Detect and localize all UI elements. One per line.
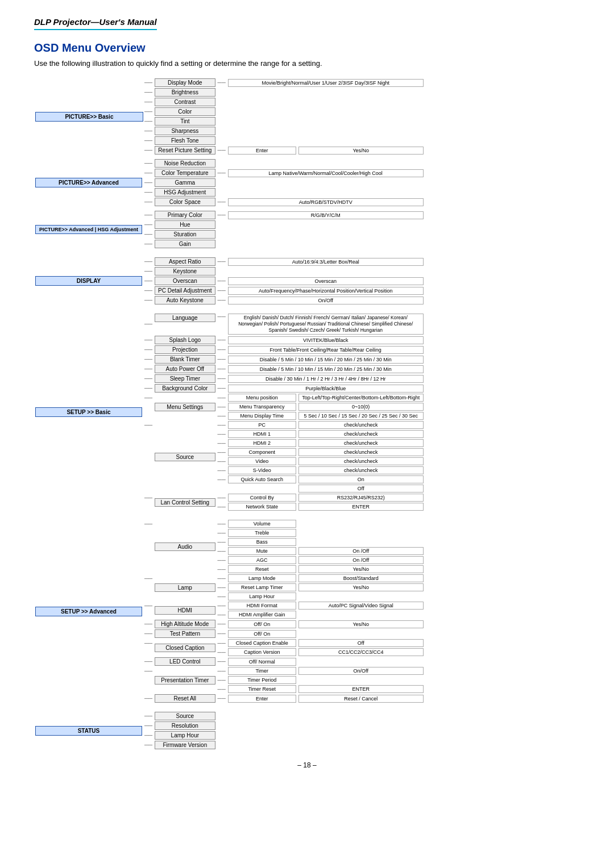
val-source-hdmi2: HDMI 2	[228, 439, 296, 447]
val-cc-enable-val: Off	[298, 639, 424, 647]
val-source-qas-on: On	[298, 475, 424, 483]
val-caption-ver-val: CC1/CC2/CC3/CC4	[298, 648, 424, 656]
val-test-pattern: Off/ On	[228, 630, 296, 638]
val-source-hdmi1-check: check/uncheck	[298, 430, 424, 438]
item-color-space: Color Space	[155, 198, 215, 206]
val-menu-disp-label: Menu Display Time	[228, 412, 296, 420]
item-primary-color: Primary Color	[155, 211, 215, 219]
item-display-mode: Display Mode	[155, 78, 215, 87]
val-lamp-mode: Lamp Mode	[228, 574, 296, 582]
item-auto-keystone: Auto Keystone	[155, 296, 215, 304]
item-contrast: Contrast	[155, 98, 215, 106]
item-auto-power-off: Auto Power Off	[155, 365, 215, 373]
status-row: STATUS ── Source	[34, 711, 425, 721]
val-control-by-label: Control By	[228, 494, 296, 502]
val-timer-period: Timer Period	[228, 676, 296, 684]
item-high-alt: High Altitude Mode	[155, 620, 215, 628]
val-timer-reset: Timer Reset	[228, 685, 296, 693]
item-reset-all: Reset All	[155, 694, 215, 703]
setup-advanced-row: SETUP >> Advanced ── Audio ── Volume	[34, 519, 425, 528]
val-background-color: Purple/Black/Blue	[228, 385, 424, 393]
item-background-color: Background Color	[155, 384, 215, 393]
item-sturation: Sturation	[155, 230, 215, 239]
spacer3	[34, 249, 425, 257]
val-hdmi-amp: HDMI Amplifier Gain	[228, 611, 296, 619]
cat-hsg: PICTURE>> Advanced | HSG Adjustment	[35, 225, 142, 234]
val-source-svideo-check: check/uncheck	[298, 466, 424, 474]
val-primary-color: R/G/B/Y/C/M	[228, 211, 424, 219]
item-lamp: Lamp	[155, 583, 215, 592]
val-source-svideo: S-Video	[228, 466, 296, 474]
item-reset-picture: Reset Picture Setting	[155, 146, 215, 155]
item-sleep-timer: Sleep Timer	[155, 374, 215, 383]
cat-picture-advanced: PICTURE>> Advanced	[35, 178, 142, 187]
val-reset-yesno: Yes/No	[298, 147, 424, 155]
val-auto-keystone: On/Off	[228, 297, 424, 304]
val-control-by: RS232/RJ45/RS232)	[298, 494, 424, 502]
item-brightness: Brightness	[155, 88, 215, 97]
val-color-space: Auto/RGB/STDV/HDTV	[228, 198, 424, 206]
item-aspect-ratio: Aspect Ratio	[155, 257, 215, 266]
val-timer-val: On/Off	[298, 667, 424, 675]
item-closed-caption: Closed Caption	[155, 644, 215, 652]
item-flesh-tone: Flesh Tone	[155, 136, 215, 145]
val-source-pc-check: check/uncheck	[298, 421, 424, 429]
val-menu-trans-label: Menu Transparency	[228, 403, 296, 411]
val-source-component: Component	[228, 448, 296, 456]
spacer4	[34, 305, 425, 313]
val-network-state-label: Network State	[228, 503, 296, 511]
section-title: OSD Menu Overview	[34, 41, 580, 55]
item-noise-reduction: Noise Reduction	[155, 159, 215, 168]
val-blank-timer: Disable / 5 Min / 10 Min / 15 Min / 20 M…	[228, 356, 424, 364]
item-status-lamp-hour: Lamp Hour	[155, 731, 215, 740]
item-source: Source	[155, 453, 215, 461]
item-hdmi: HDMI	[155, 606, 215, 615]
val-source-video: Video	[228, 457, 296, 465]
val-source-hdmi2-check: check/uncheck	[298, 439, 424, 447]
val-menu-pos-label: Menu position	[228, 394, 296, 402]
item-hsg: HSG Adjustment	[155, 188, 215, 197]
val-lamp-mode-val: Boost/Standard	[298, 574, 424, 582]
picture-advanced-row: PICTURE>> Advanced ── Noise Reduction	[34, 158, 425, 168]
val-reset-lamp: Reset Lamp Timer	[228, 583, 296, 591]
picture-basic-row: PICTURE>> Basic ── Display Mode ── Movie…	[34, 78, 425, 87]
val-sleep-timer: Disable / 30 Min / 1 Hr / 2 Hr / 3 Hr / …	[228, 375, 424, 383]
diagram-container: PICTURE>> Basic ── Display Mode ── Movie…	[34, 78, 580, 750]
spacer6	[34, 703, 425, 711]
val-mute-val: On /Off	[298, 547, 424, 555]
item-led-control: LED Control	[155, 657, 215, 666]
picture-hsg-row: PICTURE>> Advanced | HSG Adjustment ── P…	[34, 210, 425, 220]
val-source-comp-check: check/uncheck	[298, 448, 424, 456]
val-reset-all: Enter	[228, 695, 296, 703]
val-menu-pos: Top-Left/Top-Right/Center/Bottom-Left/Bo…	[298, 394, 424, 402]
item-language: Language	[155, 314, 215, 322]
item-audio: Audio	[155, 542, 215, 551]
cat-display: DISPLAY	[35, 276, 142, 286]
val-color-temp: Lamp Native/Warm/Normal/Cool/Cooler/High…	[228, 169, 424, 177]
val-splash-logo: VIVITEK/Blue/Black	[228, 336, 424, 344]
val-high-alt-val: Yes/No	[298, 620, 424, 628]
item-sharpness: Sharpness	[155, 127, 215, 135]
item-resolution: Resolution	[155, 721, 215, 730]
val-aspect-ratio: Auto/16:9/4:3/Letter Box/Real	[228, 258, 424, 266]
val-led-control: Off/ Normal	[228, 658, 296, 666]
val-auto-power-off: Disable / 5 Min / 10 Min / 15 Min / 20 M…	[228, 365, 424, 373]
val-treble: Treble	[228, 529, 296, 537]
connector1: ──	[143, 78, 154, 87]
val-display-mode: Movie/Bright/Normal/User 1/User 2/3ISF D…	[228, 79, 424, 87]
cat-setup-advanced: SETUP >> Advanced	[35, 607, 142, 616]
val-high-alt: Off/ On	[228, 620, 296, 628]
setup-basic-row: SETUP >> Basic ── Language ── English/ D…	[34, 313, 425, 335]
item-lan-control: Lan Control Setting	[155, 498, 215, 507]
val-reset-lamp-val: Yes/No	[298, 583, 424, 591]
val-agc: AGC	[228, 556, 296, 564]
val-reset-all-val: Reset / Cancel	[298, 695, 424, 703]
val-network-state: ENTER	[298, 503, 424, 511]
header-title: DLP Projector—User's Manual	[34, 17, 157, 30]
val-hdmi-format-val: Auto/PC Signal/Video Signal	[298, 602, 424, 610]
val-lamp-hour: Lamp Hour	[228, 592, 296, 600]
val-timer-reset-val: ENTER	[298, 685, 424, 693]
val-cc-enable: Closed Caption Enable	[228, 639, 296, 647]
item-blank-timer: Blank Timer	[155, 355, 215, 364]
header: DLP Projector—User's Manual	[34, 17, 580, 41]
